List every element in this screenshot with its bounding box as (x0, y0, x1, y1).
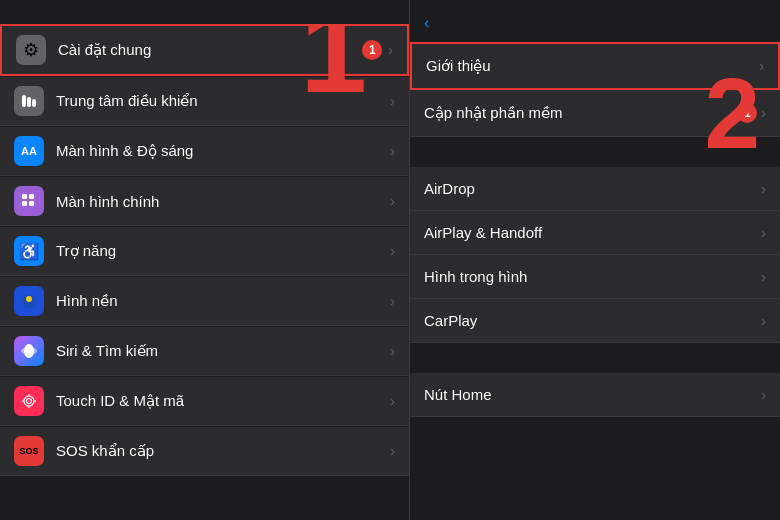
svg-rect-5 (22, 201, 27, 206)
sos-chevron-icon: › (390, 443, 395, 459)
siri-chevron-icon: › (390, 343, 395, 359)
airdrop-right-chevron-icon: › (761, 181, 766, 197)
right-header: ‹ (410, 0, 780, 42)
touch-id-label: Touch ID & Mật mã (56, 392, 390, 410)
right-item-airplay[interactable]: AirPlay & Handoff› (410, 211, 780, 255)
right-item-nut-home[interactable]: Nút Home› (410, 373, 780, 417)
cai-dat-chung-icon: ⚙ (16, 35, 46, 65)
sos-label: SOS khẩn cấp (56, 442, 390, 460)
svg-point-11 (24, 396, 34, 406)
back-chevron-icon: ‹ (424, 14, 429, 32)
settings-list: ⚙Cài đặt chung1›1Trung tâm điều khiển›AA… (0, 24, 409, 520)
svg-rect-6 (29, 201, 34, 206)
hinh-nen-chevron-icon: › (390, 293, 395, 309)
man-hinh-do-sang-label: Màn hình & Độ sáng (56, 142, 390, 160)
svg-rect-2 (32, 99, 36, 107)
trung-tam-label: Trung tâm điều khiển (56, 92, 390, 110)
hinh-trong-hinh-right-label: Hình trong hình (424, 268, 761, 285)
svg-rect-4 (29, 194, 34, 199)
hinh-trong-hinh-right-chevron-icon: › (761, 269, 766, 285)
right-item-hinh-trong-hinh[interactable]: Hình trong hình› (410, 255, 780, 299)
right-item-airdrop[interactable]: AirDrop› (410, 167, 780, 211)
settings-item-cai-dat-chung[interactable]: ⚙Cài đặt chung1›1 (0, 24, 409, 76)
right-item-carplay[interactable]: CarPlay› (410, 299, 780, 343)
settings-item-touch-id[interactable]: Touch ID & Mật mã› (0, 377, 409, 426)
settings-item-tro-nang[interactable]: ♿Trợ năng› (0, 227, 409, 276)
nut-home-right-label: Nút Home (424, 386, 761, 403)
settings-item-sos[interactable]: SOSSOS khẩn cấp› (0, 427, 409, 476)
tro-nang-label: Trợ năng (56, 242, 390, 260)
airplay-right-chevron-icon: › (761, 225, 766, 241)
section-gap-2 (410, 343, 780, 373)
sos-icon: SOS (14, 436, 44, 466)
settings-item-hinh-nen[interactable]: Hình nền› (0, 277, 409, 326)
man-hinh-do-sang-chevron-icon: › (390, 143, 395, 159)
nut-home-right-chevron-icon: › (761, 387, 766, 403)
tro-nang-chevron-icon: › (390, 243, 395, 259)
right-panel: ‹ Giới thiệu›Cập nhật phần mềm12›AirDrop… (410, 0, 780, 520)
siri-icon (14, 336, 44, 366)
right-section-1: AirDrop›AirPlay & Handoff›Hình trong hìn… (410, 167, 780, 343)
siri-label: Siri & Tìm kiếm (56, 342, 390, 360)
tro-nang-icon: ♿ (14, 236, 44, 266)
man-hinh-chinh-label: Màn hình chính (56, 193, 390, 210)
settings-item-man-hinh-do-sang[interactable]: AAMàn hình & Độ sáng› (0, 127, 409, 176)
settings-item-trung-tam[interactable]: Trung tâm điều khiển› (0, 77, 409, 126)
right-item-gioi-thieu[interactable]: Giới thiệu› (410, 42, 780, 90)
svg-point-12 (27, 399, 32, 404)
hinh-nen-label: Hình nền (56, 292, 390, 310)
right-list: Giới thiệu›Cập nhật phần mềm12›AirDrop›A… (410, 42, 780, 520)
airplay-right-label: AirPlay & Handoff (424, 224, 761, 241)
carplay-right-label: CarPlay (424, 312, 761, 329)
svg-rect-1 (27, 97, 31, 107)
touch-id-icon (14, 386, 44, 416)
man-hinh-do-sang-icon: AA (14, 136, 44, 166)
trung-tam-icon (14, 86, 44, 116)
trung-tam-chevron-icon: › (390, 93, 395, 109)
cai-dat-chung-chevron-icon: › (388, 42, 393, 58)
cai-dat-chung-badge: 1 (362, 40, 382, 60)
man-hinh-chinh-chevron-icon: › (390, 193, 395, 209)
gioi-thieu-right-chevron-icon: › (759, 58, 764, 74)
svg-rect-0 (22, 95, 26, 107)
cai-dat-chung-label: Cài đặt chung (58, 41, 362, 59)
settings-item-man-hinh-chinh[interactable]: Màn hình chính› (0, 177, 409, 226)
gioi-thieu-right-label: Giới thiệu (426, 57, 759, 75)
cap-nhat-right-chevron-icon: › (761, 105, 766, 121)
svg-point-8 (26, 296, 32, 302)
svg-point-10 (21, 347, 37, 355)
cap-nhat-right-label: Cập nhật phần mềm (424, 104, 737, 122)
airdrop-right-label: AirDrop (424, 180, 761, 197)
section-gap-1 (410, 137, 780, 167)
settings-item-siri[interactable]: Siri & Tìm kiếm› (0, 327, 409, 376)
right-section-2: Nút Home› (410, 373, 780, 417)
right-item-cap-nhat[interactable]: Cập nhật phần mềm12› (410, 90, 780, 137)
touch-id-chevron-icon: › (390, 393, 395, 409)
cap-nhat-right-badge: 1 (737, 103, 757, 123)
back-button[interactable]: ‹ (424, 14, 431, 32)
hinh-nen-icon (14, 286, 44, 316)
man-hinh-chinh-icon (14, 186, 44, 216)
svg-rect-3 (22, 194, 27, 199)
carplay-right-chevron-icon: › (761, 313, 766, 329)
right-section-0: Giới thiệu›Cập nhật phần mềm12› (410, 42, 780, 137)
left-panel: ⚙Cài đặt chung1›1Trung tâm điều khiển›AA… (0, 0, 410, 520)
left-panel-title (0, 0, 409, 24)
